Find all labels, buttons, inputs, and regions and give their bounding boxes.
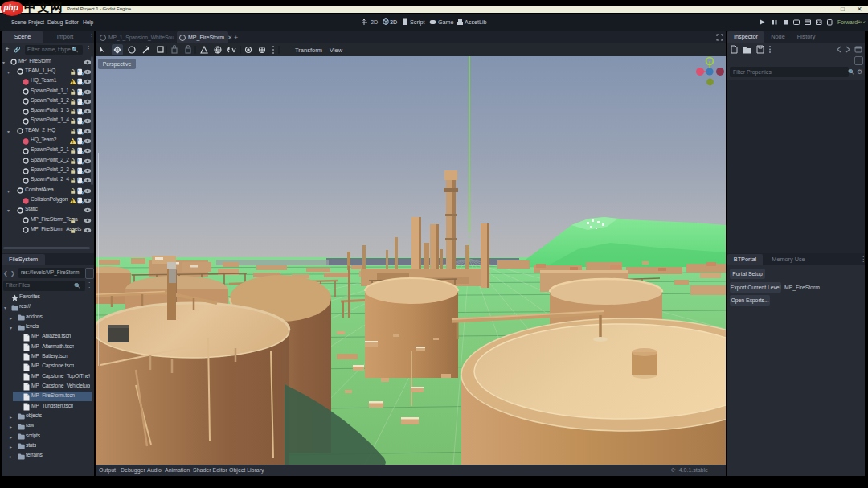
svg-text:Game: Game: [438, 18, 454, 26]
svg-text:3D: 3D: [390, 18, 397, 26]
svg-text:Forward+: Forward+: [837, 19, 861, 25]
svg-text:View: View: [330, 47, 343, 54]
svg-text:AssetLib: AssetLib: [465, 18, 487, 26]
svg-text:2D: 2D: [371, 18, 378, 26]
svg-text:Transform: Transform: [295, 47, 322, 54]
svg-text:Script: Script: [410, 18, 424, 26]
